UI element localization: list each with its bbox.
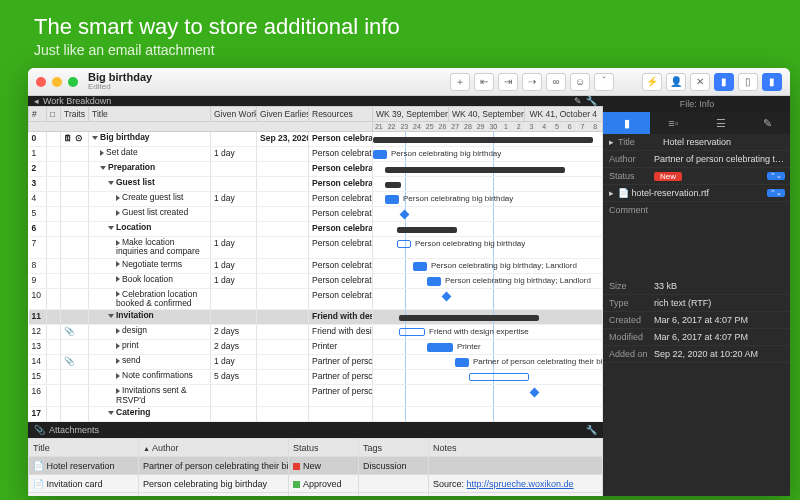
chain-button[interactable]: ∞	[546, 73, 566, 91]
inspector-added: Sep 22, 2020 at 10:20 AM	[654, 349, 785, 359]
col-timeline: WK 39, September 20 WK 40, September 27 …	[373, 107, 603, 122]
attachments-bar: 📎 Attachments 🔧	[28, 422, 603, 438]
magic-button[interactable]: ✎	[574, 96, 582, 106]
app-window: Big birthday Edited ＋ ⇤ ⇥ ⇢ ∞ ☺ ˇ ⚡ 👤 ✕ …	[28, 68, 790, 496]
col-resources[interactable]: Resources	[309, 107, 373, 122]
add-button[interactable]: ＋	[450, 73, 470, 91]
task-row[interactable]: 5Guest list createdPerson celebrat	[29, 207, 603, 222]
emoji-button[interactable]: ☺	[570, 73, 590, 91]
inspector-type: rich text (RTF)	[654, 298, 785, 308]
file-dropdown-icon[interactable]: ⌃⌄	[767, 189, 785, 197]
inspector-created: Mar 6, 2017 at 4:07 PM	[654, 315, 785, 325]
window-subtitle: Edited	[88, 83, 152, 91]
file-icon: 📄	[618, 188, 629, 198]
task-row[interactable]: 14📎send1 dayPartner of perscPartner of p…	[29, 355, 603, 370]
col-given-work[interactable]: Given Work	[211, 107, 257, 122]
link-button[interactable]: ⇢	[522, 73, 542, 91]
task-row[interactable]: 7Make location inquiries and compare1 da…	[29, 237, 603, 259]
inspector-status[interactable]: New	[654, 172, 682, 181]
acol-tags[interactable]: Tags	[359, 439, 429, 457]
task-row[interactable]: 17Catering	[29, 407, 603, 422]
task-row[interactable]: 1Set date1 dayPerson celebratPerson cele…	[29, 147, 603, 162]
close-icon[interactable]	[36, 77, 46, 87]
task-row[interactable]: 11InvitationFriend with des	[29, 310, 603, 325]
disclosure-icon[interactable]: ▸	[609, 137, 614, 147]
promo-subtitle: Just like an email attachment	[34, 42, 800, 58]
attachment-row[interactable]: 📄 Hotel reservationPartner of person cel…	[29, 457, 603, 475]
attachments-table[interactable]: Title ▲ Author Status Tags Notes 📄 Hotel…	[28, 438, 603, 496]
titlebar: Big birthday Edited ＋ ⇤ ⇥ ⇢ ∞ ☺ ˇ ⚡ 👤 ✕ …	[28, 68, 790, 96]
inspector-author[interactable]: Partner of person celebrating th...	[654, 154, 785, 164]
task-row[interactable]: 2PreparationPerson celebra	[29, 162, 603, 177]
task-row[interactable]: 8Negotiate terms1 dayPerson celebratPers…	[29, 258, 603, 273]
panel-mid-button[interactable]: ▯	[738, 73, 758, 91]
task-row[interactable]: 9Book location1 dayPerson celebratPerson…	[29, 273, 603, 288]
col-flag[interactable]: □	[47, 107, 61, 122]
inspector-header: File: Info	[603, 96, 790, 112]
promo-title: The smart way to store additional info	[34, 14, 800, 40]
source-link[interactable]: http://sprueche.woxikon.de	[467, 479, 574, 489]
task-row[interactable]: 16Invitations sent & RSVP'dPartner of pe…	[29, 385, 603, 407]
outdent-button[interactable]: ⇥	[498, 73, 518, 91]
panel-left-button[interactable]: ▮	[714, 73, 734, 91]
inspector-tab-3[interactable]: ☰	[697, 112, 744, 134]
inspector-tab-info[interactable]: ▮	[603, 112, 650, 134]
acol-author[interactable]: ▲ Author	[139, 439, 289, 457]
col-traits[interactable]: Traits	[61, 107, 89, 122]
dropdown-button[interactable]: ˇ	[594, 73, 614, 91]
task-row[interactable]: 6LocationPerson celebra	[29, 222, 603, 237]
task-row[interactable]: 3Guest listPerson celebra	[29, 177, 603, 192]
inspector: File: Info ▮ ≡◦ ☰ ✎ ▸ Title Hotel reserv…	[603, 96, 790, 496]
disclosure-icon[interactable]: ▸	[609, 188, 614, 198]
minimize-icon[interactable]	[52, 77, 62, 87]
acol-title[interactable]: Title	[29, 439, 139, 457]
user-button[interactable]: 👤	[666, 73, 686, 91]
bolt-button[interactable]: ⚡	[642, 73, 662, 91]
task-row[interactable]: 13print2 daysPrinterPrinter	[29, 340, 603, 355]
task-row[interactable]: 4Create guest list1 dayPerson celebratPe…	[29, 192, 603, 207]
task-row[interactable]: 12📎design2 daysFriend with desiFriend wi…	[29, 325, 603, 340]
comment-label: Comment	[609, 205, 648, 215]
inspector-tab-4[interactable]: ✎	[744, 112, 790, 134]
inspector-file[interactable]: hotel-reservation.rtf	[632, 188, 767, 198]
back-icon[interactable]: ◂	[34, 96, 39, 106]
attachment-icon: 📎	[34, 425, 45, 435]
view-name[interactable]: Work Breakdown	[43, 96, 111, 106]
task-table[interactable]: # □ Traits Title Given Work Given Earlie…	[28, 106, 603, 422]
status-dropdown-icon[interactable]: ⌃⌄	[767, 172, 785, 180]
acol-notes[interactable]: Notes	[429, 439, 603, 457]
tools-button[interactable]: ✕	[690, 73, 710, 91]
task-row[interactable]: 0🗓 ⊙Big birthdaySep 23, 2020Person celeb…	[29, 132, 603, 147]
col-num[interactable]: #	[29, 107, 47, 122]
acol-status[interactable]: Status	[289, 439, 359, 457]
inspector-tab-2[interactable]: ≡◦	[650, 112, 697, 134]
inspector-title-row: ▸ Title Hotel reservation	[603, 134, 790, 151]
wrench-button[interactable]: 🔧	[586, 96, 597, 106]
task-row[interactable]: 10Celebration location booked & confirme…	[29, 288, 603, 310]
attachments-wrench[interactable]: 🔧	[586, 425, 597, 435]
col-given-earliest[interactable]: Given Earliest Start	[257, 107, 309, 122]
panel-right-button[interactable]: ▮	[762, 73, 782, 91]
task-row[interactable]: 15Note confirmations5 daysPartner of per…	[29, 370, 603, 385]
inspector-size: 33 kB	[654, 281, 785, 291]
inspector-modified: Mar 6, 2017 at 4:07 PM	[654, 332, 785, 342]
col-title[interactable]: Title	[89, 107, 211, 122]
zoom-icon[interactable]	[68, 77, 78, 87]
view-bar: ◂ Work Breakdown ✎ 🔧	[28, 96, 603, 106]
indent-button[interactable]: ⇤	[474, 73, 494, 91]
attachment-row[interactable]: 📄 Invitation cardPerson celebrating big …	[29, 475, 603, 493]
attachment-row[interactable]: 📄 Invitation e-mailFriend with design ex…	[29, 493, 603, 496]
